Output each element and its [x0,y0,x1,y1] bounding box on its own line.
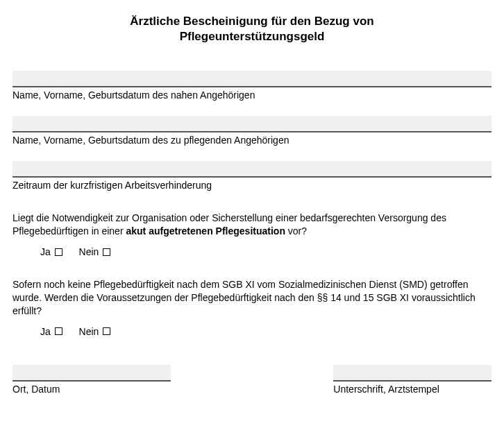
field-care-recipient: Name, Vorname, Geburtsdatum des zu pfleg… [12,116,492,146]
label-no: Nein [79,246,99,257]
checkbox-q1-no[interactable] [103,248,110,256]
label-yes: Ja [40,246,51,257]
question-1-post: vor? [285,225,307,237]
choices-q1: Ja Nein [12,246,492,257]
label-care-recipient: Name, Vorname, Geburtsdatum des zu pfleg… [12,132,492,146]
label-period: Zeitraum der kurzfristigen Arbeitsverhin… [12,178,492,191]
sig-doctor: Unterschrift, Arztstempel [333,365,492,395]
label-no: Nein [79,326,99,337]
input-relative[interactable] [12,71,492,87]
input-place-date[interactable] [12,365,171,382]
title-line2: Pflegeunterstützungsgeld [180,30,325,43]
checkbox-q2-yes[interactable] [55,327,62,335]
label-yes: Ja [40,326,51,337]
choice-q2-no: Nein [79,326,111,337]
question-2: Sofern noch keine Pflegebedürftigkeit na… [12,278,492,318]
choice-q2-yes: Ja [40,326,62,337]
question-1: Liegt die Notwendigkeit zur Organisation… [12,212,492,238]
signature-row: Ort, Datum Unterschrift, Arztstempel [12,365,492,395]
sig-place-date: Ort, Datum [12,365,171,395]
label-doctor-signature: Unterschrift, Arztstempel [333,382,492,395]
label-relative: Name, Vorname, Geburtsdatum des nahen An… [12,87,492,101]
checkbox-q2-no[interactable] [103,327,110,335]
title-line1: Ärztliche Bescheinigung für den Bezug vo… [130,15,373,28]
input-doctor-signature[interactable] [333,365,492,382]
form-title: Ärztliche Bescheinigung für den Bezug vo… [12,14,492,44]
question-1-bold: akut aufgetretenen Pflegesituation [126,225,285,237]
checkbox-q1-yes[interactable] [55,248,62,256]
input-care-recipient[interactable] [12,116,492,132]
field-period: Zeitraum der kurzfristigen Arbeitsverhin… [12,161,492,191]
input-period[interactable] [12,161,492,178]
field-relative: Name, Vorname, Geburtsdatum des nahen An… [12,71,492,101]
choice-q1-yes: Ja [40,246,62,257]
choice-q1-no: Nein [79,246,111,257]
choices-q2: Ja Nein [12,326,492,337]
label-place-date: Ort, Datum [12,382,171,395]
